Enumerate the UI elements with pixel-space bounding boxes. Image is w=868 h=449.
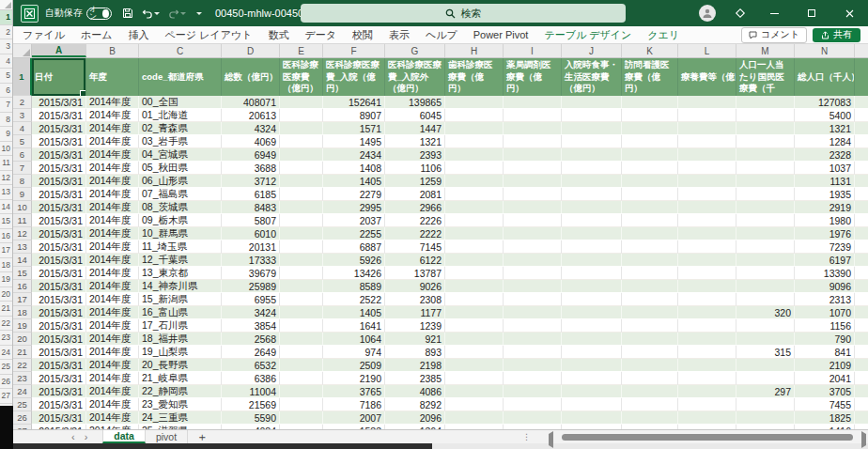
cell-I17[interactable]	[504, 293, 562, 306]
cell-C24[interactable]: 22_静岡県	[139, 385, 222, 398]
cell-C21[interactable]: 19_山梨県	[139, 346, 222, 359]
row-header-21[interactable]: 21	[13, 346, 32, 359]
cell-E22[interactable]	[280, 359, 323, 372]
cell-E17[interactable]	[280, 293, 323, 306]
row-header-7[interactable]: 7	[13, 162, 32, 175]
ribbon-tab-数式[interactable]: 数式	[268, 28, 288, 42]
cell-I11[interactable]	[504, 214, 562, 227]
column-header-A[interactable]: A	[32, 44, 86, 57]
cell-E13[interactable]	[280, 240, 323, 254]
cell-B14[interactable]: 2014年度	[86, 254, 139, 267]
cell-E19[interactable]	[280, 319, 323, 333]
cell-A24[interactable]: 2015/3/31	[32, 385, 86, 398]
cell-A5[interactable]: 2015/3/31	[32, 135, 86, 148]
hscroll-thumb[interactable]	[562, 434, 853, 441]
cell-G19[interactable]: 1239	[385, 319, 445, 333]
cell-A14[interactable]: 2015/3/31	[32, 254, 86, 267]
cell-I7[interactable]	[504, 162, 562, 175]
cell-F7[interactable]: 1408	[323, 162, 385, 175]
row-header-13[interactable]: 13	[13, 240, 32, 254]
close-button[interactable]	[840, 4, 859, 23]
row-header-9[interactable]: 9	[13, 188, 32, 201]
cell-L3[interactable]	[678, 109, 736, 122]
cell-F22[interactable]: 2509	[323, 359, 385, 372]
cell-I9[interactable]	[504, 188, 562, 201]
cell-M13[interactable]	[736, 240, 795, 254]
cell-F19[interactable]: 1641	[323, 319, 385, 333]
cell-D15[interactable]: 39679	[222, 267, 280, 280]
row-header-4[interactable]: 4	[13, 122, 32, 135]
cell-N16[interactable]: 9096	[795, 280, 855, 293]
cell-G17[interactable]: 2308	[385, 293, 445, 306]
cell-B18[interactable]: 2014年度	[86, 306, 139, 319]
cell-A9[interactable]: 2015/3/31	[32, 188, 86, 201]
cell-F2[interactable]: 152641	[323, 96, 385, 109]
cell-G22[interactable]: 2198	[385, 359, 445, 372]
cell-C20[interactable]: 18_福井県	[139, 333, 222, 346]
cell-C11[interactable]: 09_栃木県	[139, 214, 222, 227]
cell-A12[interactable]: 2015/3/31	[32, 227, 86, 240]
cell-D5[interactable]: 4069	[222, 135, 280, 148]
cell-A23[interactable]: 2015/3/31	[32, 372, 86, 385]
column-header-J[interactable]: J	[562, 44, 622, 57]
cell-K23[interactable]	[622, 372, 678, 385]
cell-J10[interactable]	[562, 201, 622, 214]
column-header-I[interactable]: I	[504, 44, 562, 57]
row-header-10[interactable]: 10	[13, 201, 32, 214]
undo-dropdown-icon[interactable]	[154, 12, 160, 15]
cell-G7[interactable]: 1106	[385, 162, 445, 175]
hscroll-left-arrow[interactable]	[549, 434, 553, 445]
cell-G21[interactable]: 893	[385, 346, 445, 359]
cell-L8[interactable]	[678, 175, 736, 188]
row-header-12[interactable]: 12	[13, 227, 32, 240]
account-avatar[interactable]	[699, 5, 716, 22]
cell-G3[interactable]: 6045	[385, 109, 445, 122]
cell-N8[interactable]: 1131	[795, 175, 855, 188]
cell-G4[interactable]: 1447	[385, 122, 445, 135]
cell-D3[interactable]: 20613	[222, 109, 280, 122]
cell-K4[interactable]	[622, 122, 678, 135]
prev-sheet-arrow[interactable]: ‹	[71, 431, 75, 442]
cell-L4[interactable]	[678, 122, 736, 135]
cell-F24[interactable]: 3765	[323, 385, 385, 398]
cell-M9[interactable]	[736, 188, 795, 201]
cell-M14[interactable]	[736, 254, 795, 267]
cell-E14[interactable]	[280, 254, 323, 267]
cell-A21[interactable]: 2015/3/31	[32, 346, 86, 359]
cell-B5[interactable]: 2014年度	[86, 135, 139, 148]
cell-M25[interactable]	[736, 398, 795, 411]
cell-A25[interactable]: 2015/3/31	[32, 398, 86, 411]
cell-L7[interactable]	[678, 162, 736, 175]
cell-G5[interactable]: 1321	[385, 135, 445, 148]
row-header-8[interactable]: 8	[13, 175, 32, 188]
background-window-row-header-strip[interactable]: 1234567891011121314151617181920212223242…	[0, 0, 13, 449]
cell-N2[interactable]: 127083	[795, 96, 855, 109]
cell-H6[interactable]	[445, 148, 504, 162]
cell-M15[interactable]	[736, 267, 795, 280]
cell-L14[interactable]	[678, 254, 736, 267]
autosave-toggle[interactable]: オン	[86, 8, 112, 20]
header-cell-D1[interactable]: 総数（億円）	[222, 58, 280, 96]
comments-button[interactable]: コメント	[741, 27, 807, 43]
cell-G10[interactable]: 2966	[385, 201, 445, 214]
cell-J6[interactable]	[562, 148, 622, 162]
cell-M12[interactable]	[736, 227, 795, 240]
cell-B26[interactable]: 2014年度	[86, 411, 139, 425]
cell-N7[interactable]: 1037	[795, 162, 855, 175]
cell-B21[interactable]: 2014年度	[86, 346, 139, 359]
cell-C6[interactable]: 04_宮城県	[139, 148, 222, 162]
cell-E23[interactable]	[280, 372, 323, 385]
cell-N9[interactable]: 1935	[795, 188, 855, 201]
column-header-B[interactable]: B	[86, 44, 139, 57]
cell-A20[interactable]: 2015/3/31	[32, 333, 86, 346]
cell-G23[interactable]: 2385	[385, 372, 445, 385]
cell-K17[interactable]	[622, 293, 678, 306]
cell-C25[interactable]: 23_愛知県	[139, 398, 222, 411]
cell-M10[interactable]	[736, 201, 795, 214]
cell-J13[interactable]	[562, 240, 622, 254]
ribbon-tab-ページ レイアウト[interactable]: ページ レイアウト	[165, 28, 253, 42]
cell-B15[interactable]: 2014年度	[86, 267, 139, 280]
cell-A16[interactable]: 2015/3/31	[32, 280, 86, 293]
cell-D26[interactable]: 5590	[222, 411, 280, 425]
cell-B6[interactable]: 2014年度	[86, 148, 139, 162]
